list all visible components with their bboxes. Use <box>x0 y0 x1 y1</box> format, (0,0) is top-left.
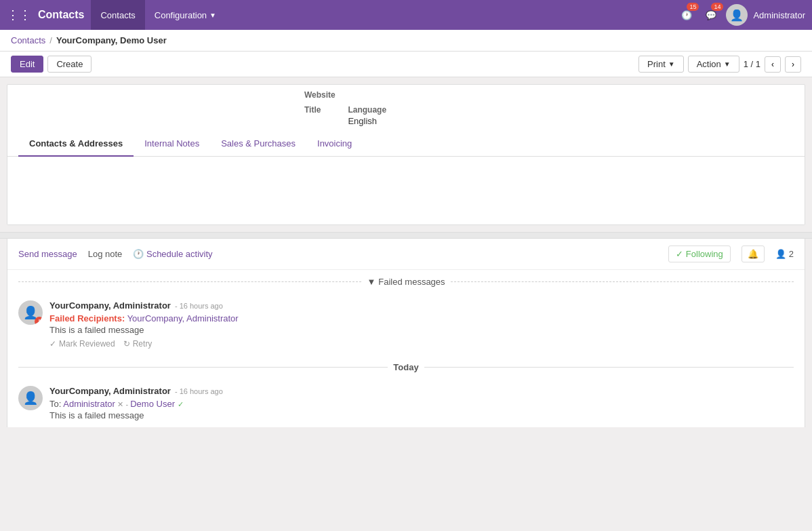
pagination-prev[interactable]: ‹ <box>765 56 781 73</box>
mark-reviewed-btn[interactable]: ✓ Mark Reviewed <box>49 339 115 349</box>
create-button[interactable]: Create <box>47 56 92 73</box>
language-value: English <box>348 116 386 126</box>
pagination: 1 / 1 ‹ › <box>744 56 801 73</box>
toolbar: Edit Create Print ▼ Action ▼ 1 / 1 ‹ › <box>0 52 812 77</box>
avatar-msg2: 👤 <box>18 386 43 410</box>
breadcrumb-parent[interactable]: Contacts <box>11 35 45 45</box>
today-line-left <box>18 367 388 368</box>
chat-badge: 14 <box>711 3 723 11</box>
pagination-next[interactable]: › <box>785 56 801 73</box>
pagination-label: 1 / 1 <box>744 59 760 69</box>
configuration-caret: ▼ <box>209 12 216 19</box>
website-label: Website <box>304 90 508 100</box>
navbar-configuration[interactable]: Configuration ▼ <box>145 0 226 30</box>
form-fields: Website Title Language English <box>7 85 805 132</box>
person-icon: 👤 <box>775 249 786 259</box>
today-line-right <box>424 367 794 368</box>
retry-btn[interactable]: ↻ Retry <box>123 339 153 349</box>
today-divider: Today <box>7 355 805 379</box>
divider-line-left <box>18 281 361 282</box>
check-small-icon: ✓ <box>49 339 56 349</box>
website-field-group: Website <box>304 90 508 100</box>
tab-invoicing[interactable]: Invoicing <box>306 132 363 157</box>
tab-content <box>7 157 805 224</box>
navbar: ⋮⋮ Contacts Contacts Configuration ▼ 🕐 1… <box>0 0 812 30</box>
edit-button[interactable]: Edit <box>11 56 43 73</box>
breadcrumb-current: YourCompany, Demo User <box>56 35 167 45</box>
breadcrumb-separator: / <box>49 35 52 45</box>
bell-button[interactable]: 🔔 <box>742 245 765 262</box>
apps-icon[interactable]: ⋮⋮ <box>7 7 31 22</box>
clock-icon-btn[interactable]: 🕐 15 <box>677 5 696 24</box>
clock-small-icon: 🕐 <box>133 249 146 259</box>
chatter-divider <box>0 232 812 239</box>
check-icon: ✓ <box>676 249 683 259</box>
print-button[interactable]: Print ▼ <box>638 56 684 73</box>
clock-icon: 🕐 <box>681 10 692 20</box>
message-body-msg2: YourCompany, Administrator - 16 hours ag… <box>49 386 794 420</box>
language-field-group: Language English <box>348 105 386 126</box>
recipient-link-msg1[interactable]: YourCompany, Administrator <box>127 313 239 323</box>
language-label: Language <box>348 105 386 115</box>
chatter-toolbar: Send message Log note 🕐 Schedule activit… <box>7 239 805 270</box>
bell-icon: 🔔 <box>748 249 758 259</box>
message-text-msg2: This is a failed message <box>49 410 794 420</box>
following-button[interactable]: ✓ Following <box>668 245 731 262</box>
avatar[interactable]: 👤 <box>726 4 748 26</box>
today-label: Today <box>393 362 418 372</box>
navbar-contacts[interactable]: Contacts <box>91 0 144 30</box>
avatar-msg1: 👤 ! <box>18 300 43 325</box>
divider-line-right <box>451 281 794 282</box>
to-x-icon: ✕ - <box>117 400 130 408</box>
failed-messages-section: ▼ Failed messages <box>7 270 805 294</box>
message-author-msg1: YourCompany, Administrator <box>49 300 171 311</box>
tab-sales-purchases[interactable]: Sales & Purchases <box>210 132 306 157</box>
schedule-activity-btn[interactable]: 🕐 Schedule activity <box>133 249 212 259</box>
send-message-btn[interactable]: Send message <box>18 249 77 259</box>
to-check-icon: ✓ <box>178 400 184 408</box>
title-label: Title <box>304 105 321 115</box>
failed-messages-label: ▼ Failed messages <box>367 277 445 287</box>
failed-line-msg1: Failed Recipients: YourCompany, Administ… <box>49 313 794 323</box>
breadcrumb: Contacts / YourCompany, Demo User <box>0 30 812 52</box>
main-content: Website Title Language English Contacts … <box>7 84 805 225</box>
username-label[interactable]: Administrator <box>753 10 805 20</box>
message-time-msg1: - 16 hours ago <box>175 302 223 310</box>
followers-count[interactable]: 👤 2 <box>775 249 794 259</box>
message-time-msg2: - 16 hours ago <box>175 387 223 395</box>
retry-icon: ↻ <box>123 339 130 349</box>
title-field-group: Title <box>304 105 321 126</box>
print-caret: ▼ <box>668 60 675 68</box>
message-author-msg2: YourCompany, Administrator <box>49 386 171 396</box>
to-recipient1[interactable]: Administrator <box>63 399 115 409</box>
message-actions-msg1: ✓ Mark Reviewed ↻ Retry <box>49 339 794 349</box>
clock-badge: 15 <box>687 3 699 11</box>
action-button[interactable]: Action ▼ <box>688 56 739 73</box>
chat-icon: 💬 <box>706 10 716 20</box>
tabs-bar: Contacts & Addresses Internal Notes Sale… <box>7 132 805 157</box>
list-item: 👤 ! YourCompany, Administrator - 16 hour… <box>7 294 805 355</box>
tab-contacts-addresses[interactable]: Contacts & Addresses <box>18 132 134 157</box>
message-header-msg2: YourCompany, Administrator - 16 hours ag… <box>49 386 794 396</box>
message-text-msg1: This is a failed message <box>49 325 794 335</box>
log-note-btn[interactable]: Log note <box>88 249 123 259</box>
to-recipient2[interactable]: Demo User <box>130 399 175 409</box>
failed-label-msg1: Failed Recipients: <box>49 313 125 323</box>
chat-icon-btn[interactable]: 💬 14 <box>702 5 720 24</box>
tab-internal-notes[interactable]: Internal Notes <box>134 132 210 157</box>
message-header-msg1: YourCompany, Administrator - 16 hours ag… <box>49 300 794 311</box>
to-line-msg2: To: Administrator ✕ - Demo User ✓ <box>49 399 794 409</box>
list-item: 👤 YourCompany, Administrator - 16 hours … <box>7 379 805 427</box>
error-badge-msg1: ! <box>35 317 43 325</box>
navbar-icons: 🕐 15 💬 14 👤 Administrator <box>677 4 805 26</box>
navbar-menu: Contacts Configuration ▼ <box>91 0 226 30</box>
action-caret: ▼ <box>724 60 731 68</box>
app-title: Contacts <box>38 9 84 21</box>
message-body-msg1: YourCompany, Administrator - 16 hours ag… <box>49 300 794 349</box>
